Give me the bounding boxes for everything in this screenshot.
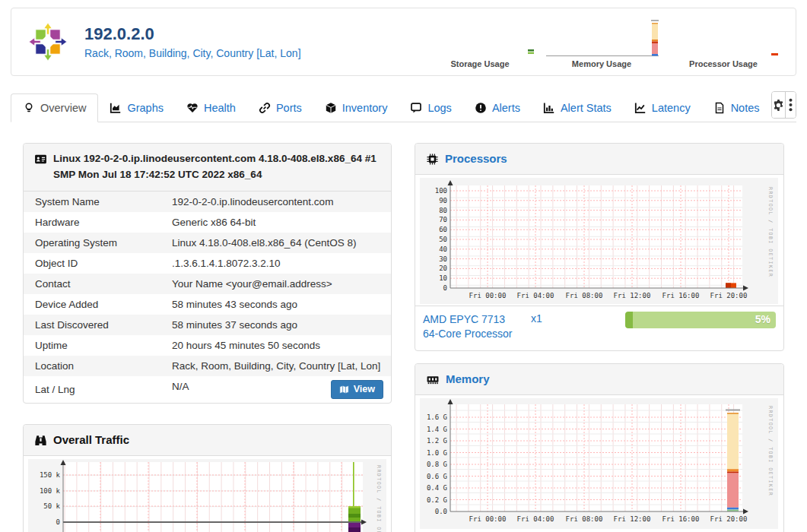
tab-latency-label: Latency — [652, 102, 691, 114]
overall-traffic-title: Overall Traffic — [53, 432, 129, 448]
tab-logs[interactable]: Logs — [399, 94, 462, 122]
file-lines-icon — [713, 102, 726, 114]
svg-text:1.4 G: 1.4 G — [427, 425, 447, 432]
svg-text:30: 30 — [439, 255, 447, 262]
svg-text:90: 90 — [439, 196, 447, 204]
line-chart-icon — [634, 102, 647, 114]
table-row: HardwareGeneric x86 64-bit — [24, 212, 391, 233]
table-row: System Name192-0-2-0.ip.linodeuserconten… — [24, 192, 391, 212]
svg-text:RRDTOOL / TOBI OETIKER: RRDTOOL / TOBI OETIKER — [767, 187, 774, 277]
processor-usage-mini-graph[interactable] — [666, 19, 780, 59]
svg-text:100: 100 — [435, 187, 447, 195]
header-mini-graphs: Storage Usage Memory Usage — [415, 19, 780, 68]
memory-usage-label: Memory Usage — [545, 59, 659, 68]
svg-text:Fri 16:00: Fri 16:00 — [662, 515, 700, 523]
table-row: ContactYour Name <your@email.address> — [24, 274, 391, 294]
more-menu-button[interactable] — [785, 92, 796, 118]
mini-storage: Storage Usage — [423, 19, 537, 68]
svg-text:0.2 G: 0.2 G — [427, 496, 447, 503]
tab-health[interactable]: Health — [175, 94, 247, 122]
overall-traffic-header: Overall Traffic — [24, 425, 391, 456]
svg-text:100 k: 100 k — [40, 487, 61, 495]
tab-actions-group — [771, 91, 796, 119]
svg-text:60: 60 — [439, 226, 447, 233]
device-header-card: 192.0.2.0 Rack, Room, Building, City, Co… — [11, 8, 796, 76]
view-button-label: View — [354, 383, 375, 396]
table-row-latlng: Lat / Lng N/A View — [24, 376, 391, 403]
svg-text:Fri 12:00: Fri 12:00 — [614, 515, 651, 523]
latlng-value: N/A — [172, 381, 189, 392]
gear-icon — [772, 99, 785, 112]
tab-overview-label: Overview — [40, 102, 86, 114]
tab-inventory-label: Inventory — [342, 102, 388, 114]
settings-button[interactable] — [772, 92, 785, 118]
svg-text:0: 0 — [443, 284, 447, 292]
svg-text:0.6 G: 0.6 G — [427, 472, 447, 480]
system-title: Linux 192-0-2-0.ip.linodeusercontent.com… — [53, 151, 380, 183]
svg-text:Fri 08:00: Fri 08:00 — [566, 292, 603, 299]
comment-icon — [410, 102, 422, 114]
processors-title: Processors — [445, 151, 507, 166]
svg-text:Fri 04:00: Fri 04:00 — [517, 292, 554, 299]
memory-header: Memory — [415, 364, 783, 395]
svg-text:Fri 20:00: Fri 20:00 — [710, 292, 748, 299]
svg-text:Fri 20:00: Fri 20:00 — [710, 515, 748, 523]
table-row: Uptime20 hours 45 minutes 50 seconds — [24, 335, 391, 356]
memory-icon — [426, 373, 440, 386]
tab-ports[interactable]: Ports — [247, 94, 313, 122]
tab-latency[interactable]: Latency — [623, 94, 702, 122]
tab-notes[interactable]: Notes — [702, 94, 771, 122]
tab-logs-label: Logs — [427, 102, 451, 114]
table-row: Operating SystemLinux 4.18.0-408.el8.x86… — [24, 233, 391, 253]
table-row: LocationRack, Room, Building, City, Coun… — [24, 356, 391, 376]
binoculars-icon — [34, 434, 47, 447]
address-card-icon — [34, 153, 47, 166]
svg-text:10: 10 — [439, 274, 447, 282]
microchip-icon — [426, 153, 439, 166]
overall-traffic-graph[interactable]: 150 k 100 k 50 k 0 RRDTOOL / TOBI OETIKE… — [24, 456, 391, 532]
svg-text:Fri 08:00: Fri 08:00 — [566, 515, 603, 523]
mini-processor: Processor Usage — [666, 19, 780, 68]
system-info-header: Linux 192-0-2-0.ip.linodeusercontent.com… — [24, 144, 391, 192]
tab-notes-label: Notes — [731, 102, 760, 114]
svg-text:Fri 12:00: Fri 12:00 — [614, 292, 651, 299]
svg-text:80: 80 — [439, 206, 447, 214]
svg-text:20: 20 — [439, 264, 447, 272]
kebab-menu-icon — [789, 98, 793, 112]
svg-text:50 k: 50 k — [43, 502, 60, 510]
tab-ports-label: Ports — [276, 102, 302, 114]
processors-graph[interactable]: 100 90 80 70 60 50 40 30 20 10 0 Fri 00:… — [415, 175, 783, 306]
overall-traffic-card: Overall Traffic — [23, 424, 392, 532]
svg-text:0: 0 — [56, 518, 60, 526]
device-location-link[interactable]: Rack, Room, Building, City, Country [Lat… — [84, 47, 301, 59]
mini-memory: Memory Usage — [545, 19, 659, 68]
cpu-count: x1 — [531, 312, 542, 325]
system-info-card: Linux 192-0-2-0.ip.linodeusercontent.com… — [23, 143, 392, 404]
processors-header: Processors — [415, 144, 783, 175]
svg-text:40: 40 — [439, 245, 447, 252]
tab-alert-stats[interactable]: Alert Stats — [532, 94, 623, 122]
lightbulb-icon — [23, 102, 35, 114]
device-tabbar: Overview Graphs Health Ports Inventory L… — [11, 90, 796, 122]
memory-usage-mini-graph[interactable] — [545, 19, 659, 59]
storage-usage-mini-graph[interactable] — [423, 19, 537, 59]
processor-usage-label: Processor Usage — [666, 59, 780, 68]
processor-list-row: AMD EPYC 7713 64-Core Processor x1 5% — [415, 306, 783, 350]
view-map-button[interactable]: View — [331, 380, 383, 399]
memory-graph[interactable]: 1.6 G 1.4 G 1.2 G 1.0 G 0.8 G 0.6 G 0.4 … — [415, 395, 783, 530]
svg-text:0.0: 0.0 — [435, 508, 447, 515]
tab-alert-stats-label: Alert Stats — [561, 102, 612, 114]
tab-overview[interactable]: Overview — [11, 93, 98, 122]
processors-card: Processors — [415, 143, 784, 351]
svg-text:0.8 G: 0.8 G — [427, 461, 447, 468]
tab-inventory[interactable]: Inventory — [313, 94, 399, 122]
table-row: Object ID.1.3.6.1.4.1.8072.3.2.10 — [24, 253, 391, 274]
gridlines — [450, 404, 742, 511]
svg-text:0.4 G: 0.4 G — [427, 484, 447, 492]
tab-graphs[interactable]: Graphs — [98, 94, 175, 122]
table-row: Device Added58 minutes 43 seconds ago — [24, 294, 391, 315]
tab-alerts[interactable]: Alerts — [463, 94, 532, 122]
gridlines — [450, 185, 742, 288]
cpu-usage-percent: 5% — [755, 313, 770, 325]
svg-text:Fri 00:00: Fri 00:00 — [469, 515, 507, 523]
